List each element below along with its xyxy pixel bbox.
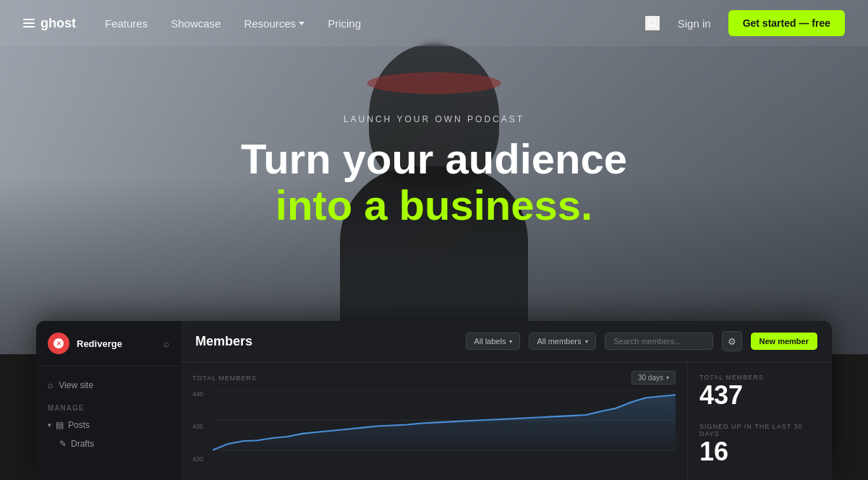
navbar: ghost Features Showcase Resources Pricin… [0, 0, 868, 46]
site-name: Rediverge [77, 338, 122, 349]
sidebar-search-icon[interactable]: ⌕ [163, 338, 169, 349]
members-search-input[interactable] [605, 333, 713, 350]
signed-up-value: 16 [699, 439, 820, 465]
chevron-down-icon: ▾ [666, 374, 669, 381]
dashboard-panel: Rediverge ⌕ ⌂ View site MANAGE ▾ ▤ Posts… [36, 321, 832, 480]
nav-resources[interactable]: Resources [244, 17, 305, 30]
signed-up-label: SIGNED UP IN THE LAST 30 DAYS [699, 423, 820, 437]
chart-svg [213, 390, 676, 450]
sidebar-item-drafts[interactable]: ✎ Drafts [36, 435, 181, 453]
settings-button[interactable]: ⚙ [722, 331, 742, 351]
dashboard-body: TOTAL MEMBERS 30 days ▾ 440 435 430 [181, 362, 832, 480]
sidebar-logo-area: Rediverge ⌕ [36, 333, 181, 367]
chevron-down-icon: ▾ [48, 421, 51, 429]
nav-right: Sign in Get started — free [644, 10, 845, 36]
get-started-button[interactable]: Get started — free [728, 10, 845, 36]
new-member-button[interactable]: New member [751, 333, 817, 350]
sidebar-item-view-site[interactable]: ⌂ View site [36, 375, 181, 395]
nav-links: Features Showcase Resources Pricing [105, 17, 644, 30]
hero-title-line2: into a business. [181, 182, 687, 228]
chevron-down-icon: ▾ [509, 338, 512, 345]
nav-features[interactable]: Features [105, 17, 148, 30]
sidebar-section-manage: MANAGE [36, 395, 181, 415]
chart-container: 440 435 430 [192, 390, 676, 463]
hero-content: LAUNCH YOUR OWN PODCAST Turn your audien… [181, 114, 687, 228]
hero-eyebrow: LAUNCH YOUR OWN PODCAST [181, 114, 687, 124]
chart-area: TOTAL MEMBERS 30 days ▾ 440 435 430 [181, 362, 687, 480]
nav-pricing[interactable]: Pricing [328, 17, 361, 30]
signed-up-stat: SIGNED UP IN THE LAST 30 DAYS 16 [699, 423, 820, 465]
svg-point-0 [648, 19, 656, 27]
logo-text: ghost [41, 16, 76, 31]
chevron-down-icon [299, 22, 305, 25]
total-members-stat: TOTAL MEMBERS 437 [699, 374, 820, 408]
drafts-icon: ✎ [59, 439, 67, 449]
signin-link[interactable]: Sign in [678, 17, 711, 30]
chart-header: TOTAL MEMBERS 30 days ▾ [192, 371, 676, 385]
chart-period-selector[interactable]: 30 days ▾ [631, 371, 676, 385]
person-headband [367, 72, 501, 94]
dashboard-main: Members All labels ▾ All members ▾ ⚙ New… [181, 321, 832, 480]
all-members-filter[interactable]: All members ▾ [529, 333, 595, 350]
all-labels-filter[interactable]: All labels ▾ [466, 333, 520, 350]
chart-y-labels: 440 435 430 [192, 390, 210, 463]
home-icon: ⌂ [48, 380, 53, 390]
dashboard-header: Members All labels ▾ All members ▾ ⚙ New… [181, 321, 832, 362]
posts-icon: ▤ [56, 420, 64, 430]
logo[interactable]: ghost [23, 16, 76, 31]
chart-label: TOTAL MEMBERS [192, 374, 257, 382]
page-title: Members [195, 334, 457, 349]
chevron-down-icon: ▾ [585, 338, 588, 345]
nav-showcase[interactable]: Showcase [171, 17, 221, 30]
logo-icon [23, 19, 35, 27]
hero-section: LAUNCH YOUR OWN PODCAST Turn your audien… [0, 0, 868, 354]
gear-icon: ⚙ [728, 336, 736, 347]
search-icon [646, 17, 659, 30]
search-button[interactable] [644, 15, 660, 31]
hero-title-line1: Turn your audience [181, 136, 687, 182]
hero-title: Turn your audience into a business. [181, 136, 687, 228]
dashboard-stats: TOTAL MEMBERS 437 SIGNED UP IN THE LAST … [687, 362, 832, 480]
total-members-value: 437 [699, 382, 820, 408]
site-logo-inner [54, 338, 64, 348]
dashboard-sidebar: Rediverge ⌕ ⌂ View site MANAGE ▾ ▤ Posts… [36, 321, 181, 480]
svg-line-1 [655, 25, 658, 28]
sidebar-item-posts[interactable]: ▾ ▤ Posts [36, 415, 181, 435]
site-logo-icon [48, 333, 69, 354]
